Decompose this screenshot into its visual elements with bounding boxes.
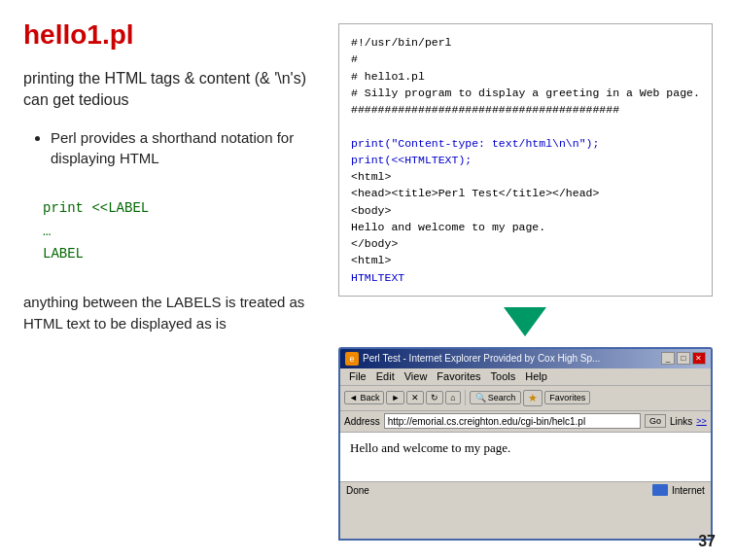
favorites-label-button[interactable]: Favorites xyxy=(544,391,590,404)
subtitle-text: printing the HTML tags & content (& '\n'… xyxy=(23,68,315,112)
slide: hello1.pl printing the HTML tags & conte… xyxy=(0,0,735,560)
browser-content: Hello and welcome to my page. xyxy=(340,433,711,481)
ie-icon: e xyxy=(345,352,359,366)
page-content-text: Hello and welcome to my page. xyxy=(350,440,510,455)
menu-favorites[interactable]: Favorites xyxy=(432,370,485,382)
go-button[interactable]: Go xyxy=(645,414,666,428)
code-line-13: <html> xyxy=(351,254,391,266)
menu-help[interactable]: Help xyxy=(520,370,552,382)
home-button[interactable]: ⌂ xyxy=(445,391,460,404)
code-line-print: print <<LABEL xyxy=(43,200,149,216)
search-button[interactable]: 🔍 Search xyxy=(470,391,522,404)
favorites-button[interactable]: ★ xyxy=(523,390,542,406)
browser-title: Perl Test - Internet Explorer Provided b… xyxy=(363,353,600,364)
slide-number: 37 xyxy=(698,533,716,550)
minimize-button[interactable]: _ xyxy=(661,352,675,365)
menu-tools[interactable]: Tools xyxy=(486,370,521,382)
links-button[interactable]: >> xyxy=(696,416,707,426)
heredoc-example: print <<LABEL … LABEL xyxy=(43,197,315,266)
code-line-5 xyxy=(351,120,358,132)
close-button[interactable]: ✕ xyxy=(692,352,706,365)
refresh-button[interactable]: ↻ xyxy=(426,391,443,404)
menu-view[interactable]: View xyxy=(400,370,433,382)
menu-file[interactable]: File xyxy=(344,370,371,382)
code-line-1: # xyxy=(351,52,358,65)
search-icon: 🔍 xyxy=(475,393,486,402)
code-line-2: # hello1.pl xyxy=(351,70,425,83)
right-column: #!/usr/bin/perl # # hello1.pl # Silly pr… xyxy=(338,19,713,541)
browser-titlebar: e Perl Test - Internet Explorer Provided… xyxy=(340,349,711,368)
code-line-7: print(<<HTMLTEXT); xyxy=(351,154,472,166)
internet-label: Internet xyxy=(672,485,705,496)
browser-toolbar: ◄ Back ► ✕ ↻ ⌂ 🔍 Search ★ Favorites xyxy=(340,386,711,411)
internet-icon xyxy=(652,484,668,496)
address-input[interactable] xyxy=(384,413,641,429)
browser-menubar: File Edit View Favorites Tools Help xyxy=(340,368,711,386)
maximize-button[interactable]: □ xyxy=(677,352,690,365)
code-line-11: Hello and welcome to my page. xyxy=(351,221,545,233)
links-label: Links xyxy=(670,416,692,427)
left-column: hello1.pl printing the HTML tags & conte… xyxy=(23,19,315,541)
code-line-9: <head><title>Perl Test</title></head> xyxy=(351,187,599,199)
toolbar-separator xyxy=(465,390,466,405)
window-controls[interactable]: _ □ ✕ xyxy=(661,352,706,365)
code-line-0: #!/usr/bin/perl xyxy=(351,36,452,49)
back-button[interactable]: ◄ Back xyxy=(344,391,384,404)
perl-code-box: #!/usr/bin/perl # # hello1.pl # Silly pr… xyxy=(338,23,713,297)
menu-edit[interactable]: Edit xyxy=(371,370,400,382)
search-label: Search xyxy=(488,393,516,402)
status-done: Done xyxy=(346,485,369,496)
browser-statusbar: Done Internet xyxy=(340,481,711,499)
code-line-4: ######################################## xyxy=(351,103,619,116)
description-text: anything between the LABELS is treated a… xyxy=(23,292,315,334)
bullet-item-1: Perl provides a shorthand notation for d… xyxy=(51,127,315,168)
titlebar-left: e Perl Test - Internet Explorer Provided… xyxy=(345,352,600,366)
code-line-10: <body> xyxy=(351,204,391,217)
code-line-3: # Silly program to display a greeting in… xyxy=(351,87,700,99)
address-label: Address xyxy=(344,416,380,427)
code-line-14: HTMLTEXT xyxy=(351,271,404,284)
code-line-6: print("Content-type: text/html\n\n"); xyxy=(351,137,599,150)
status-internet: Internet xyxy=(652,484,705,496)
browser-addressbar: Address Go Links >> xyxy=(340,411,711,433)
code-line-12: </body> xyxy=(351,237,398,250)
bullet-list: Perl provides a shorthand notation for d… xyxy=(23,127,315,168)
browser-window: e Perl Test - Internet Explorer Provided… xyxy=(338,347,713,541)
code-dots: … xyxy=(43,224,51,239)
code-line-8: <html> xyxy=(351,170,391,183)
arrow-container xyxy=(338,304,713,339)
code-label: LABEL xyxy=(43,246,84,262)
down-arrow-icon xyxy=(504,307,546,336)
slide-title: hello1.pl xyxy=(23,19,315,51)
forward-button[interactable]: ► xyxy=(386,391,404,404)
stop-button[interactable]: ✕ xyxy=(406,391,424,404)
